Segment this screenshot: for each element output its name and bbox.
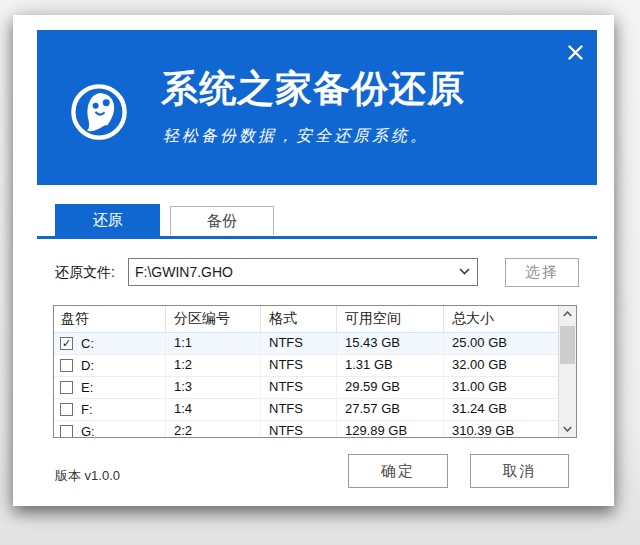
- drive-cell: G:: [54, 421, 166, 437]
- chevron-down-icon[interactable]: [459, 268, 470, 275]
- select-file-button[interactable]: 选择: [505, 258, 579, 287]
- checkbox-unchecked[interactable]: [60, 403, 73, 416]
- tab-underline: [37, 236, 597, 239]
- column-header[interactable]: 盘符: [54, 306, 166, 332]
- checkbox-unchecked[interactable]: [60, 359, 73, 372]
- partition-cell: 1:3: [166, 377, 261, 398]
- drive-letter: E:: [81, 378, 93, 398]
- restore-file-label: 还原文件:: [55, 264, 115, 282]
- table-row[interactable]: D:1:2NTFS1.31 GB32.00 GB: [54, 355, 558, 377]
- drive-letter: G:: [81, 422, 95, 438]
- checkbox-checked[interactable]: ✓: [60, 337, 73, 350]
- app-title: 系统之家备份还原: [161, 70, 465, 107]
- vertical-scrollbar[interactable]: [558, 306, 576, 437]
- free-space-cell: 15.43 GB: [337, 333, 444, 354]
- close-button[interactable]: [562, 39, 588, 65]
- scroll-up-button[interactable]: [559, 306, 576, 322]
- checkbox-unchecked[interactable]: [60, 425, 73, 437]
- checkbox-unchecked[interactable]: [60, 381, 73, 394]
- format-cell: NTFS: [261, 399, 337, 420]
- free-space-cell: 27.57 GB: [337, 399, 444, 420]
- close-icon: [568, 45, 583, 60]
- scrollbar-thumb[interactable]: [560, 326, 575, 364]
- format-cell: NTFS: [261, 355, 337, 376]
- ghost-logo-icon: [70, 83, 128, 141]
- restore-file-combobox[interactable]: F:\GWIN7.GHO: [128, 258, 478, 286]
- drive-cell: ✓C:: [54, 333, 166, 354]
- total-size-cell: 32.00 GB: [444, 355, 558, 376]
- table-row[interactable]: G:2:2NTFS129.89 GB310.39 GB: [54, 421, 558, 437]
- ok-button[interactable]: 确定: [348, 454, 448, 488]
- partition-table: 盘符分区编号格式可用空间总大小 ✓C:1:1NTFS15.43 GB25.00 …: [53, 305, 577, 438]
- tab-restore[interactable]: 还原: [55, 204, 160, 236]
- partition-cell: 1:4: [166, 399, 261, 420]
- partition-table-main: 盘符分区编号格式可用空间总大小 ✓C:1:1NTFS15.43 GB25.00 …: [54, 306, 558, 437]
- format-cell: NTFS: [261, 421, 337, 437]
- partition-cell: 1:1: [166, 333, 261, 354]
- total-size-cell: 31.00 GB: [444, 377, 558, 398]
- column-header[interactable]: 格式: [261, 306, 337, 332]
- drive-cell: D:: [54, 355, 166, 376]
- format-cell: NTFS: [261, 377, 337, 398]
- title-header: 系统之家备份还原 轻松备份数据，安全还原系统。: [37, 30, 597, 185]
- free-space-cell: 29.59 GB: [337, 377, 444, 398]
- version-label: 版本 v1.0.0: [55, 467, 120, 485]
- free-space-cell: 129.89 GB: [337, 421, 444, 437]
- restore-file-value: F:\GWIN7.GHO: [135, 259, 233, 285]
- scroll-down-icon: [563, 426, 572, 432]
- drive-letter: D:: [81, 356, 94, 376]
- partition-cell: 1:2: [166, 355, 261, 376]
- table-row[interactable]: ✓C:1:1NTFS15.43 GB25.00 GB: [54, 333, 558, 355]
- free-space-cell: 1.31 GB: [337, 355, 444, 376]
- table-row[interactable]: F:1:4NTFS27.57 GB31.24 GB: [54, 399, 558, 421]
- partition-cell: 2:2: [166, 421, 261, 437]
- app-window: 系统之家备份还原 轻松备份数据，安全还原系统。 还原 备份 还原文件: F:\G…: [13, 15, 614, 506]
- drive-cell: F:: [54, 399, 166, 420]
- drive-cell: E:: [54, 377, 166, 398]
- column-header[interactable]: 分区编号: [166, 306, 261, 332]
- drive-letter: F:: [81, 400, 93, 420]
- tab-backup[interactable]: 备份: [170, 206, 274, 235]
- total-size-cell: 25.00 GB: [444, 333, 558, 354]
- app-subtitle: 轻松备份数据，安全还原系统。: [163, 126, 429, 147]
- scroll-up-icon: [563, 311, 572, 317]
- drive-letter: C:: [81, 334, 94, 354]
- desktop-background: 系统之家备份还原 轻松备份数据，安全还原系统。 还原 备份 还原文件: F:\G…: [0, 0, 640, 545]
- table-body: ✓C:1:1NTFS15.43 GB25.00 GBD:1:2NTFS1.31 …: [54, 333, 558, 437]
- table-header-row: 盘符分区编号格式可用空间总大小: [54, 306, 558, 333]
- column-header[interactable]: 总大小: [444, 306, 558, 332]
- table-row[interactable]: E:1:3NTFS29.59 GB31.00 GB: [54, 377, 558, 399]
- column-header[interactable]: 可用空间: [337, 306, 444, 332]
- scroll-down-button[interactable]: [559, 421, 576, 437]
- cancel-button[interactable]: 取消: [470, 454, 569, 488]
- format-cell: NTFS: [261, 333, 337, 354]
- total-size-cell: 31.24 GB: [444, 399, 558, 420]
- total-size-cell: 310.39 GB: [444, 421, 558, 437]
